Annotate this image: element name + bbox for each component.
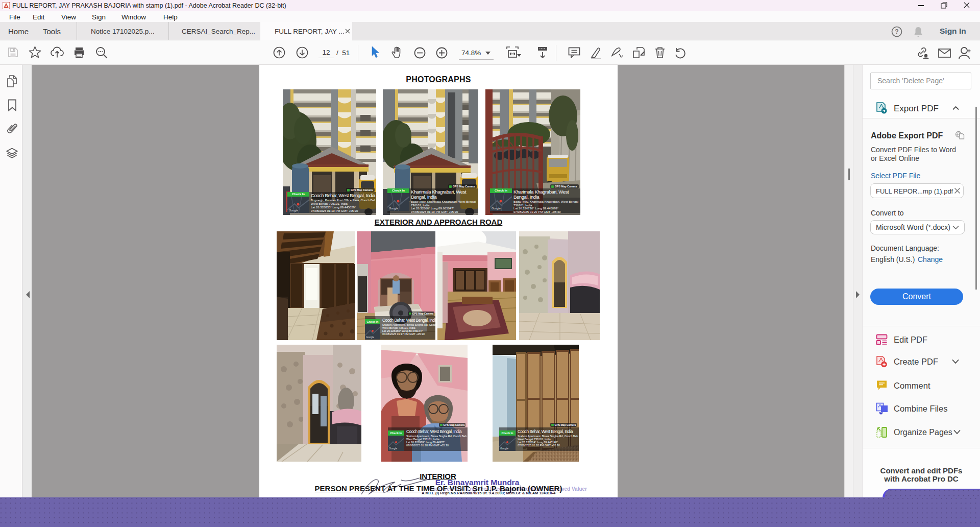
svg-text:Google: Google bbox=[389, 207, 398, 210]
svg-text:?: ? bbox=[895, 28, 898, 35]
svg-text:Google: Google bbox=[500, 447, 508, 450]
svg-text:Google: Google bbox=[289, 209, 298, 212]
svg-text:Google: Google bbox=[389, 447, 397, 450]
svg-text:Google: Google bbox=[366, 336, 374, 339]
svg-text:Google: Google bbox=[492, 207, 501, 210]
